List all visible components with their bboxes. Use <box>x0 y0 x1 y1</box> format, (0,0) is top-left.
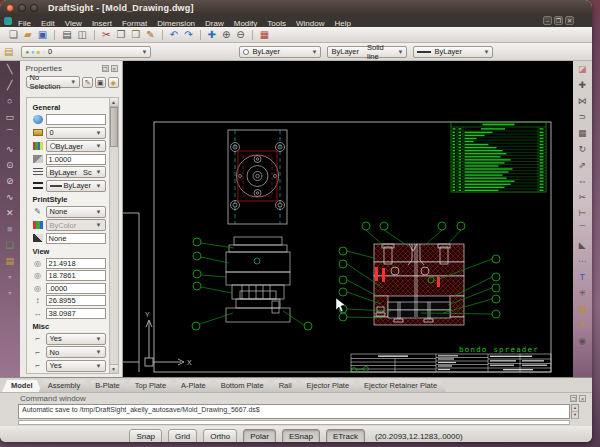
view-center-y-field[interactable]: 18.7861 <box>46 270 106 281</box>
menu-file[interactable]: File <box>18 19 31 28</box>
note-tool-button[interactable]: ▫ <box>8 289 11 305</box>
spline-tool-button[interactable]: ∿ <box>6 193 14 209</box>
insert-block-tool-button[interactable]: ▤ <box>5 257 14 273</box>
ucs-name-field[interactable] <box>46 373 106 374</box>
properties-float-button[interactable]: ❐ <box>102 65 109 72</box>
tab-b-plate[interactable]: B-Plate <box>86 380 129 392</box>
line-style-combo[interactable]: ByLayer Solid line ▼ <box>327 46 407 58</box>
edit-polyline-tool-button[interactable]: ✎ <box>578 321 586 337</box>
view-height-field[interactable]: 26.8955 <box>46 295 106 306</box>
toggle-etrack[interactable]: ETrack <box>326 429 365 443</box>
open-button[interactable]: ▰ <box>24 30 32 40</box>
move-tool-button[interactable]: ✚ <box>578 81 586 97</box>
erase-tool-button[interactable]: ◪ <box>578 65 587 81</box>
menu-view[interactable]: View <box>65 19 82 28</box>
menu-dimension[interactable]: Dimension <box>157 19 195 28</box>
command-input[interactable] <box>18 420 570 425</box>
line-style-combo[interactable]: ByLayerSc▼ <box>46 166 106 178</box>
command-scrollbar[interactable]: ▲ ▼ <box>571 404 579 419</box>
pattern-tool-button[interactable]: ▦ <box>578 129 587 145</box>
name-field[interactable] <box>46 114 106 125</box>
point-tool-button[interactable]: ⊙ <box>6 161 14 177</box>
child-restore-button[interactable]: ❐ <box>554 16 563 25</box>
toggle-grid[interactable]: Grid <box>168 429 197 443</box>
undo-button[interactable]: ↶ <box>170 30 178 40</box>
properties-paint-tool-button[interactable]: ◉ <box>578 337 586 353</box>
reference-tool-button[interactable]: ▫ <box>8 273 11 289</box>
split-tool-button[interactable]: ⋯ <box>578 257 587 273</box>
line-weight-combo[interactable]: ByLayer▼ <box>46 180 106 192</box>
properties-close-button[interactable]: ✕ <box>111 65 118 72</box>
hatch-tool-button[interactable]: ■ <box>7 225 12 241</box>
tab-ejector-plate[interactable]: Ejector Plate <box>298 380 359 392</box>
view-center-z-field[interactable]: .0000 <box>46 283 106 294</box>
window-maximize-button[interactable] <box>30 4 38 12</box>
rectangle-tool-button[interactable]: ▭ <box>5 113 14 129</box>
command-close-button[interactable]: ✕ <box>579 395 586 402</box>
command-log[interactable]: Automatic save to /tmp/DraftSight_akelly… <box>18 404 570 419</box>
line-color-combo[interactable]: ByLayer▼ <box>46 140 106 152</box>
child-minimize-button[interactable]: – <box>543 16 552 25</box>
chamfer-tool-button[interactable]: ◣ <box>579 241 586 257</box>
pan-button[interactable]: ✚ <box>208 30 216 40</box>
layer-manager-icon[interactable]: ▤ <box>4 46 13 57</box>
line-weight-combo[interactable]: ByLayer ▼ <box>413 46 493 58</box>
child-close-button[interactable]: ✕ <box>565 16 574 25</box>
view-width-field[interactable]: 38.0987 <box>46 308 106 319</box>
copy-button[interactable]: ❐ <box>116 30 125 40</box>
toggle-ortho[interactable]: Ortho <box>203 429 237 443</box>
menu-draw[interactable]: Draw <box>205 19 224 28</box>
command-float-button[interactable]: ❐ <box>570 395 577 402</box>
new-button[interactable]: ❏ <box>9 30 18 40</box>
print-style-combo[interactable]: None▼ <box>46 206 106 218</box>
mark-divide-tool-button[interactable]: ✕ <box>6 209 14 225</box>
save-button[interactable]: ▣ <box>38 30 47 40</box>
layer-combo[interactable]: ● ● ■ ○ 0 ▼ <box>21 46 151 58</box>
menu-help[interactable]: Help <box>334 19 350 28</box>
properties-scrollbar[interactable]: ▲ ▼ <box>109 98 118 373</box>
scroll-down-icon[interactable]: ▼ <box>110 364 118 373</box>
cut-button[interactable]: ✂ <box>102 30 110 40</box>
tab-a-plate[interactable]: A-Plate <box>172 380 215 392</box>
text-tool-button[interactable]: T <box>580 273 586 289</box>
scale-tool-button[interactable]: ⇗ <box>578 161 586 177</box>
explode-tool-button[interactable]: ✳ <box>578 289 586 305</box>
window-minimize-button[interactable] <box>18 4 26 12</box>
drawing-canvas[interactable]: bondo spreader Y X <box>123 61 573 377</box>
format-painter-button[interactable]: ✎ <box>146 30 154 40</box>
fillet-tool-button[interactable]: ⌒ <box>578 225 587 241</box>
menu-format[interactable]: Format <box>122 19 147 28</box>
extend-tool-button[interactable]: ⊢ <box>578 209 586 225</box>
layer-combo[interactable]: 0▼ <box>46 127 106 139</box>
scroll-up-icon[interactable]: ▲ <box>110 98 118 107</box>
toggle-snap[interactable]: Snap <box>129 429 162 443</box>
tab-model[interactable]: Model <box>2 380 42 392</box>
stretch-tool-button[interactable]: ⇔ <box>578 177 587 193</box>
paste-button[interactable]: ❒ <box>131 30 140 40</box>
properties-grid-button[interactable]: ▦ <box>260 30 269 40</box>
toggle-polar[interactable]: Polar <box>243 429 276 443</box>
redo-button[interactable]: ↷ <box>184 30 192 40</box>
print-table-field[interactable]: None <box>46 233 106 244</box>
selection-filter-combo[interactable]: No Selection ▼ <box>26 76 81 88</box>
menu-insert[interactable]: Insert <box>92 19 112 28</box>
tab-top-plate[interactable]: Top Plate <box>126 380 175 392</box>
ellipse-tool-button[interactable]: ⊘ <box>6 177 14 193</box>
arc-tool-button[interactable]: ⌒ <box>5 129 14 145</box>
edit-hatch-tool-button[interactable]: ▨ <box>578 305 587 321</box>
tab-bottom-plate[interactable]: Bottom Plate <box>212 380 273 392</box>
circle-tool-button[interactable]: ○ <box>7 97 12 113</box>
mirror-tool-button[interactable]: ⋈ <box>578 97 587 113</box>
ucs-icon-on-combo[interactable]: Yes▼ <box>46 333 106 345</box>
view-center-x-field[interactable]: 21.4918 <box>46 258 106 269</box>
trim-tool-button[interactable]: ✂ <box>578 193 586 209</box>
zoom-out-button[interactable]: ⊖ <box>236 30 244 40</box>
print-preview-button[interactable]: ◫ <box>78 30 87 40</box>
line-tool-button[interactable]: ╲ <box>7 65 12 81</box>
make-block-tool-button[interactable]: ❑ <box>6 241 14 257</box>
rotate-tool-button[interactable]: ↻ <box>578 145 586 161</box>
toggle-esnap[interactable]: ESnap <box>282 429 320 443</box>
menu-edit[interactable]: Edit <box>41 19 55 28</box>
window-close-button[interactable] <box>6 4 14 12</box>
print-color-combo[interactable]: ByColor▼ <box>46 219 106 231</box>
